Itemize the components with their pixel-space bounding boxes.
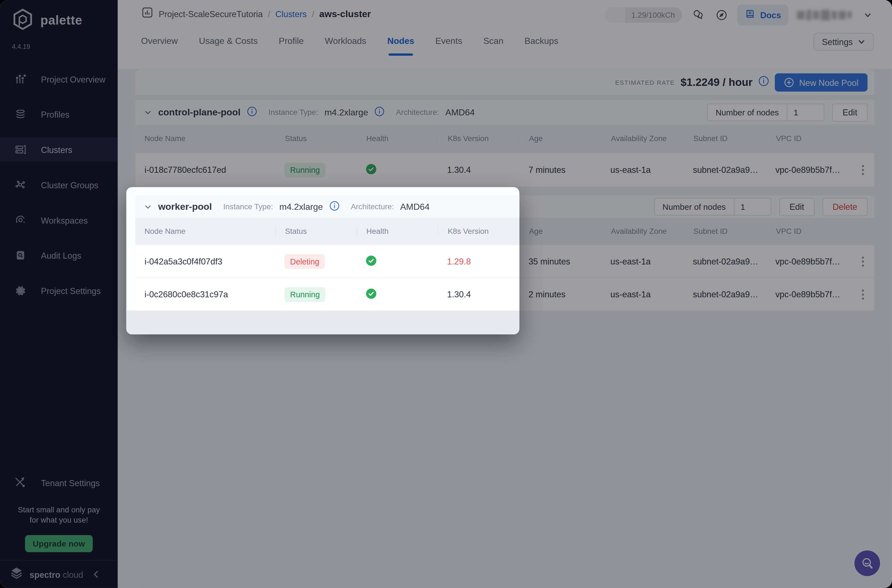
app-window: palette 4.4.19 Project Overview (0, 0, 892, 588)
health-check-icon (366, 255, 377, 266)
spotlight-content: worker-pool Instance Type: m4.2xlarge Ar… (135, 196, 519, 310)
k8s-version: 1.29.8 (438, 256, 520, 266)
health-check-icon (366, 288, 377, 299)
instance-type-label: Instance Type: (223, 202, 273, 211)
node-name: i-0c2680c0e8c31c97a (135, 289, 275, 299)
column-k8s-version: K8s Version (438, 226, 520, 237)
pool-name: worker-pool (158, 201, 212, 212)
column-node-name: Node Name (135, 226, 275, 237)
status-badge: Deleting (284, 254, 325, 269)
pool-header: worker-pool Instance Type: m4.2xlarge Ar… (135, 196, 519, 218)
status-badge: Running (284, 287, 326, 302)
table-row: i-0c2680c0e8c31c97a Running 1.30.4 (135, 278, 519, 310)
spotlight-bottom-strip (126, 310, 519, 334)
instance-type-value: m4.2xlarge (279, 201, 323, 212)
k8s-version: 1.30.4 (438, 289, 520, 299)
node-name: i-042a5a3c0f4f07df3 (135, 256, 275, 266)
worker-pool-spotlight: worker-pool Instance Type: m4.2xlarge Ar… (126, 187, 519, 334)
table-header: Node Name Status Health K8s Version (135, 218, 519, 244)
info-icon[interactable] (329, 200, 339, 213)
column-status: Status (275, 226, 357, 237)
collapse-chevron-icon[interactable] (144, 202, 152, 211)
app-stage: palette 4.4.19 Project Overview (0, 0, 892, 588)
table-row: i-042a5a3c0f4f07df3 Deleting 1.29.8 (135, 244, 519, 278)
column-health: Health (357, 226, 438, 237)
architecture-value: AMD64 (400, 201, 429, 212)
architecture-label: Architecture: (351, 202, 394, 211)
